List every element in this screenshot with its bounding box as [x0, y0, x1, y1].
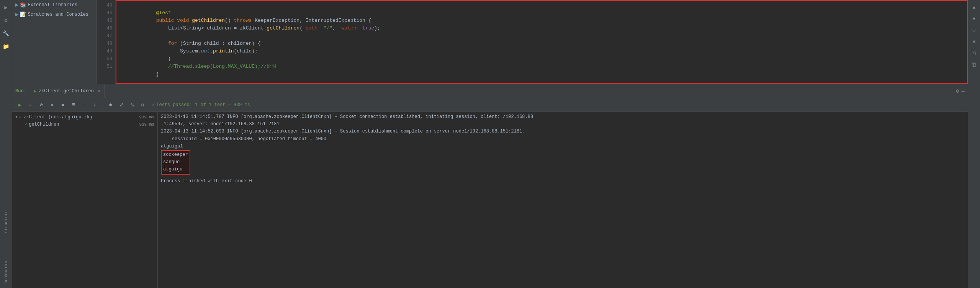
- magnify-button[interactable]: ⊕: [106, 100, 115, 110]
- settings-btn[interactable]: ⚙: [138, 100, 147, 110]
- right-sidebar: ▲ ▼ ⊟ ≡ ⎙ 🗑: [968, 0, 980, 288]
- run-icon[interactable]: ▶: [2, 3, 10, 11]
- run-panel: Run: ▶ zkClient.getChildren × ⚙ — ▶ ✓ ⊘ …: [12, 84, 968, 288]
- main-content: ▶ 📚 External Libraries ▶ 📝 Scratches and…: [12, 0, 968, 288]
- log-line-1: 2023-04-13 11:14:51,787 INFO [org.apache…: [161, 113, 965, 128]
- run-content: ▼ ✓ zkClient (com.atguigu.zk) 939 ms ✓ g…: [12, 112, 968, 288]
- run-tab-icon: ▶: [34, 89, 36, 93]
- print-icon[interactable]: ⎙: [970, 49, 978, 57]
- tree-item-zkclient[interactable]: ▼ ✓ zkClient (com.atguigu.zk) 939 ms: [12, 113, 157, 121]
- check-button[interactable]: ✓: [26, 100, 35, 110]
- run-tab-bar: Run: ▶ zkClient.getChildren × ⚙ —: [12, 84, 968, 98]
- minimize-icon[interactable]: —: [962, 88, 965, 94]
- minus-icon[interactable]: ⊟: [970, 26, 978, 34]
- line-numbers: 43 44 45 46 47 48 49 50 51: [97, 0, 116, 84]
- library-icon: ▶: [15, 2, 18, 8]
- collapse-button[interactable]: ⤡: [128, 100, 137, 110]
- arrow-down-icon[interactable]: ▼: [970, 15, 978, 23]
- run-toolbar: ▶ ✓ ⊘ ⇅ ⇄ ≡ ↑ ↓ ⊕ ⤢ ⤡ ⚙ ✓ Tests passed: …: [12, 98, 968, 112]
- sort-up-button[interactable]: ↑: [80, 100, 89, 110]
- check-icon: ✓: [152, 102, 155, 108]
- code-line-46: [120, 25, 968, 32]
- list-button[interactable]: ≡: [69, 100, 78, 110]
- arrow-up-icon[interactable]: ▲: [970, 3, 978, 11]
- run-tab-close[interactable]: ×: [98, 89, 100, 93]
- code-area: @Test public void getChildren() throws K…: [116, 0, 968, 84]
- sort-down-button[interactable]: ↓: [90, 100, 100, 110]
- stop-button[interactable]: ⊘: [37, 100, 46, 110]
- tree-check-icon: ✓: [19, 114, 22, 120]
- toolbar-separator: [103, 101, 103, 109]
- lines-icon[interactable]: ≡: [970, 38, 978, 46]
- run-log: 2023-04-13 11:14:51,787 INFO [org.apache…: [158, 112, 968, 288]
- folder-icon[interactable]: 📁: [2, 42, 10, 51]
- log-line-zookeeper: zookeeper: [163, 151, 188, 159]
- code-line-44: public void getChildren() throws KeeperE…: [120, 9, 968, 17]
- code-line-47: for (String child : children) {: [120, 32, 968, 40]
- sidebar-item-external-libraries[interactable]: ▶ 📚 External Libraries: [12, 0, 96, 10]
- rerun-down-button[interactable]: ⇄: [58, 100, 67, 110]
- code-line-49: }: [120, 47, 968, 55]
- tree-child-check-icon: ✓: [25, 121, 27, 127]
- tests-passed-text: Tests passed: 1 of 1 test – 939 ms: [156, 102, 250, 108]
- code-line-45: List<String> children = zkClient.getChil…: [120, 17, 968, 25]
- scratches-arrow-icon: ▶: [15, 11, 18, 18]
- tree-child-time: 939 ms: [139, 122, 154, 127]
- run-tab-label-text: zkClient.getChildren: [39, 88, 94, 94]
- code-line-51: }: [120, 63, 968, 70]
- expand-button[interactable]: ⤢: [117, 100, 126, 110]
- tests-passed-label: ✓ Tests passed: 1 of 1 test – 939 ms: [152, 102, 250, 108]
- highlighted-output: zookeeper sanguo atguigu: [161, 150, 190, 175]
- trash-icon[interactable]: 🗑: [970, 61, 978, 69]
- settings-icon[interactable]: ⚙: [956, 88, 959, 94]
- run-tab-icons: ⚙ —: [956, 88, 965, 94]
- wrench-icon[interactable]: 🔧: [2, 29, 10, 38]
- tree-child-label: getChildren: [29, 122, 59, 127]
- play-button[interactable]: ▶: [15, 100, 25, 110]
- gear-icon[interactable]: ⚙: [2, 16, 10, 25]
- code-line-43: @Test: [120, 2, 968, 9]
- library-folder-icon: 📚: [20, 2, 26, 8]
- log-line-atguigu: atguigu: [163, 166, 188, 173]
- structure-label[interactable]: Structure: [4, 209, 8, 234]
- run-label: Run:: [15, 88, 26, 94]
- rerun-up-button[interactable]: ⇅: [47, 100, 57, 110]
- log-line-atguigu1: atguigu1: [161, 143, 965, 150]
- run-tab[interactable]: ▶ zkClient.getChildren ×: [29, 84, 105, 98]
- scratches-icon: 📝: [20, 11, 26, 18]
- tree-item-time: 939 ms: [139, 115, 154, 119]
- code-line-50: //Thread.sleep(Long.MAX_VALUE);//延时: [120, 55, 968, 63]
- log-line-2: 2023-04-13 11:14:52,093 INFO [org.apache…: [161, 128, 965, 142]
- tree-arrow-icon: ▼: [15, 115, 18, 119]
- sidebar-item-scratches[interactable]: ▶ 📝 Scratches and Consoles: [12, 10, 96, 19]
- external-libraries-label: External Libraries: [28, 2, 77, 8]
- left-vertical-bar: ▶ ⚙ 🔧 📁 Structure Bookmarks: [0, 0, 12, 288]
- log-line-sanguo: sanguo: [163, 159, 188, 166]
- run-tree: ▼ ✓ zkClient (com.atguigu.zk) 939 ms ✓ g…: [12, 112, 158, 288]
- tree-item-getchildren[interactable]: ✓ getChildren 939 ms: [12, 121, 157, 128]
- code-line-48: System.out.println(child);: [120, 40, 968, 47]
- tree-item-label: zkClient (com.atguigu.zk): [23, 115, 92, 120]
- bookmarks-label[interactable]: Bookmarks: [4, 259, 8, 285]
- log-line-exit: Process finished with exit code 0: [161, 178, 965, 185]
- scratches-label: Scratches and Consoles: [28, 12, 88, 17]
